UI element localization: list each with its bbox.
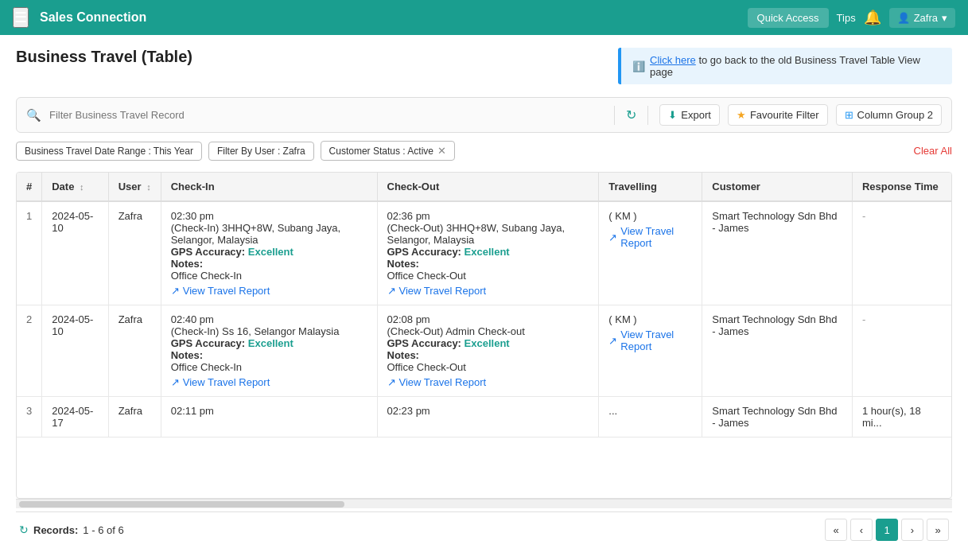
filters-row: Business Travel Date Range : This Year F… (16, 141, 952, 161)
user-menu-button[interactable]: 👤 Zafra ▾ (889, 8, 955, 28)
export-label: Export (681, 109, 711, 121)
travelling-report-link[interactable]: ↗ View Travel Report (608, 329, 692, 352)
toolbar-divider2 (647, 106, 648, 125)
cell-customer: Smart Technology Sdn Bhd - James (702, 305, 853, 397)
toolbar: 🔍 ↻ ⬇ Export ★ Favourite Filter ⊞ Column… (16, 97, 952, 133)
chevron-down-icon: ▾ (942, 12, 947, 24)
cell-travelling: ... (599, 397, 702, 438)
info-link[interactable]: Click here (650, 54, 696, 66)
external-link-icon: ↗ (171, 285, 180, 297)
notification-icon[interactable]: 🔔 (864, 9, 881, 26)
toolbar-divider (614, 106, 615, 125)
topnav-left: ☰ Sales Connection (13, 7, 146, 28)
favourite-filter-button[interactable]: ★ Favourite Filter (728, 104, 828, 126)
cell-user: Zafra (108, 201, 161, 305)
table-row: 1 2024-05-10 Zafra 02:30 pm (Check-In) 3… (17, 201, 951, 305)
search-icon: 🔍 (26, 108, 41, 122)
filter-date-range[interactable]: Business Travel Date Range : This Year (16, 142, 202, 161)
filter-customer-status-label: Customer Status : Active (329, 146, 433, 157)
cell-checkout: 02:23 pm (377, 397, 599, 438)
business-travel-table: # Date ↕ User ↕ Check-In Check-Out Trave… (17, 173, 951, 438)
checkout-report-link[interactable]: ↗ View Travel Report (387, 376, 589, 388)
checkout-time: 02:36 pm (387, 210, 589, 222)
records-label: Records: (33, 524, 78, 536)
user-name: Zafra (914, 12, 938, 24)
external-link-icon: ↗ (171, 376, 180, 388)
checkin-report-link[interactable]: ↗ View Travel Report (171, 376, 367, 388)
checkin-notes: Notes:Office Check-In (171, 258, 367, 282)
cell-response-time: - (852, 201, 951, 305)
cell-checkin: 02:30 pm (Check-In) 3HHQ+8W, Subang Jaya… (161, 201, 377, 305)
col-checkout: Check-Out (377, 173, 599, 201)
favourite-filter-label: Favourite Filter (750, 109, 819, 121)
checkin-report-link[interactable]: ↗ View Travel Report (171, 285, 367, 297)
clear-all-button[interactable]: Clear All (914, 145, 952, 157)
checkin-location: (Check-In) 3HHQ+8W, Subang Jaya, Selango… (171, 222, 367, 246)
cell-checkin: 02:11 pm (161, 397, 377, 438)
last-page-button[interactable]: » (927, 519, 949, 541)
info-banner: ℹ️ Click here to go back to the old Busi… (618, 48, 952, 84)
sort-icon-user: ↕ (146, 182, 151, 192)
checkin-time: 02:11 pm (171, 405, 367, 417)
column-group-button[interactable]: ⊞ Column Group 2 (836, 104, 942, 126)
cell-user: Zafra (108, 397, 161, 438)
next-page-button[interactable]: › (901, 519, 923, 541)
col-user[interactable]: User ↕ (108, 173, 161, 201)
checkout-location: (Check-Out) Admin Check-out (387, 325, 589, 337)
cell-user: Zafra (108, 305, 161, 397)
topnav-right: Quick Access Tips 🔔 👤 Zafra ▾ (748, 8, 955, 28)
first-page-button[interactable]: « (825, 519, 847, 541)
checkout-time: 02:23 pm (387, 405, 589, 417)
travelling-unit: ... (608, 405, 692, 417)
col-response-time: Response Time (852, 173, 951, 201)
page-header: Business Travel (Table) ℹ️ Click here to… (16, 48, 952, 84)
filter-customer-status[interactable]: Customer Status : Active ✕ (321, 141, 455, 161)
cell-checkout: 02:08 pm (Check-Out) Admin Check-out GPS… (377, 305, 599, 397)
quick-access-button[interactable]: Quick Access (748, 8, 829, 28)
search-input[interactable] (49, 109, 603, 121)
checkin-notes: Notes:Office Check-In (171, 349, 367, 373)
info-text: Click here to go back to the old Busines… (650, 54, 941, 78)
cell-response-time: - (852, 305, 951, 397)
filter-close-icon[interactable]: ✕ (437, 145, 446, 157)
filter-user-label: Filter By User : Zafra (217, 146, 305, 157)
table-row: 3 2024-05-17 Zafra 02:11 pm 02:23 pm ...… (17, 397, 951, 438)
filter-user[interactable]: Filter By User : Zafra (208, 142, 314, 161)
footer-refresh-icon[interactable]: ↻ (19, 523, 29, 536)
cell-date: 2024-05-17 (42, 397, 108, 438)
col-num: # (17, 173, 42, 201)
footer: ↻ Records: 1 - 6 of 6 « ‹ 1 › » (16, 511, 952, 547)
external-link-icon: ↗ (608, 335, 617, 347)
cell-travelling: ( KM ) ↗ View Travel Report (599, 201, 702, 305)
travelling-report-link[interactable]: ↗ View Travel Report (608, 225, 692, 249)
hamburger-menu[interactable]: ☰ (13, 7, 29, 28)
travelling-unit: ( KM ) (608, 313, 692, 325)
checkout-time: 02:08 pm (387, 313, 589, 325)
column-group-label: Column Group 2 (857, 109, 933, 121)
checkout-report-link[interactable]: ↗ View Travel Report (387, 285, 589, 297)
cell-customer: Smart Technology Sdn Bhd - James (702, 397, 853, 438)
external-link-icon: ↗ (387, 376, 396, 388)
page-title: Business Travel (Table) (16, 48, 192, 66)
page-1-button[interactable]: 1 (876, 519, 898, 541)
col-date[interactable]: Date ↕ (42, 173, 108, 201)
tips-button[interactable]: Tips (837, 12, 856, 24)
cell-response-time: 1 hour(s), 18 mi... (852, 397, 951, 438)
refresh-button[interactable]: ↻ (626, 107, 636, 122)
checkout-gps: GPS Accuracy: Excellent (387, 337, 589, 349)
external-link-icon: ↗ (387, 285, 396, 297)
cell-customer: Smart Technology Sdn Bhd - James (702, 201, 853, 305)
col-customer: Customer (702, 173, 853, 201)
prev-page-button[interactable]: ‹ (850, 519, 873, 541)
sort-icon-date: ↕ (80, 182, 84, 192)
export-button[interactable]: ⬇ Export (659, 104, 720, 126)
scroll-thumb[interactable] (19, 501, 344, 508)
cell-num: 2 (17, 305, 42, 397)
table-wrapper: # Date ↕ User ↕ Check-In Check-Out Trave… (16, 172, 952, 499)
filter-date-range-label: Business Travel Date Range : This Year (25, 146, 193, 157)
cell-checkin: 02:40 pm (Check-In) Ss 16, Selangor Mala… (161, 305, 377, 397)
checkin-time: 02:40 pm (171, 313, 367, 325)
horizontal-scrollbar[interactable] (16, 499, 952, 508)
checkin-gps: GPS Accuracy: Excellent (171, 337, 367, 349)
checkin-location: (Check-In) Ss 16, Selangor Malaysia (171, 325, 367, 337)
